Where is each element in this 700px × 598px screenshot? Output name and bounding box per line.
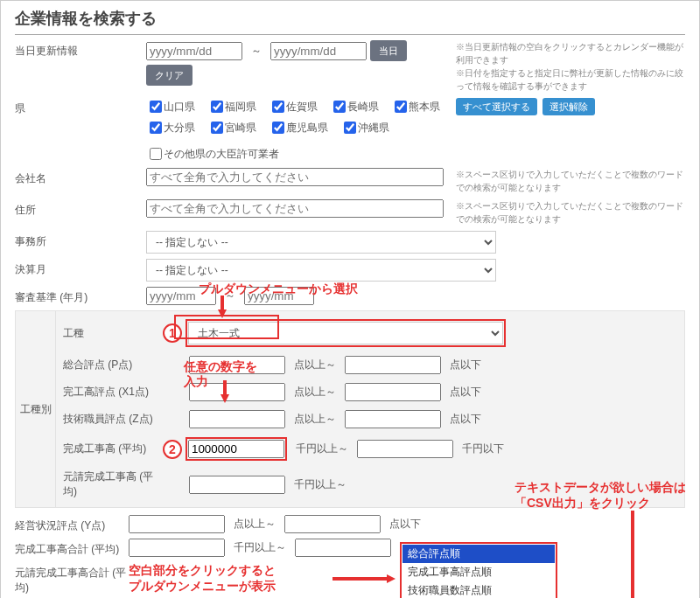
page-title: 企業情報を検索する <box>15 8 685 35</box>
suffix: 千円以上～ <box>289 477 352 492</box>
extra-label: 完成工事高合計 (平均) <box>15 539 129 557</box>
dropdown-option[interactable]: 総合評点順 <box>402 545 555 563</box>
suffix: 千円以下 <box>457 442 509 456</box>
select-all-button[interactable]: すべて選択する <box>456 98 537 115</box>
tilde: ～ <box>246 44 267 59</box>
row-label: 総合評点 (P点) <box>63 358 159 372</box>
update-info-label: 当日更新情報 <box>15 40 146 59</box>
pref-checkbox[interactable]: 福岡県 <box>207 98 256 115</box>
kind-label: 工種 <box>63 326 159 341</box>
fiscal-select[interactable]: -- 指定しない -- <box>146 259 496 282</box>
company-note: ※スペース区切りで入力していただくことで複数のワードでの検索が可能となります <box>449 168 685 194</box>
annotation-circle-2: 2 <box>163 440 182 459</box>
annotation-text-2: 任意の数字を入力 <box>184 359 257 389</box>
company-label: 会社名 <box>15 168 146 186</box>
dropdown-option[interactable]: 技術職員数評点順 <box>402 581 555 598</box>
extra-label: 経営状況評点 (Y点) <box>15 515 129 533</box>
office-select[interactable]: -- 指定しない -- <box>146 231 496 254</box>
audit-label: 審査基準 (年月) <box>15 287 146 305</box>
suffix: 点以上～ <box>289 412 341 427</box>
total-to-input[interactable] <box>295 539 391 557</box>
suffix: 点以下 <box>444 358 486 372</box>
row-label: 元請完成工事高 (平均) <box>63 469 159 499</box>
total-from-input[interactable] <box>129 539 225 557</box>
annotation-circle-1: 1 <box>163 323 182 343</box>
update-note2: ※日付を指定すると指定日に弊社が更新した情報のみに絞って情報を確認する事ができま… <box>456 66 685 93</box>
update-note1: ※当日更新情報の空白をクリックするとカレンダー機能が利用できます <box>456 40 685 66</box>
annotation-arrow-icon <box>220 394 229 403</box>
fiscal-label: 決算月 <box>15 259 146 277</box>
row-label: 完工高評点 (X1点) <box>63 385 159 400</box>
clear-date-button[interactable]: クリア <box>146 65 192 86</box>
annotation-text-3: 空白部分をクリックするとプルダウンメニューが表示 <box>129 562 276 594</box>
annotation-text-4: テキストデータが欲しい場合は「CSV出力」をクリック <box>514 479 686 511</box>
pref-checkbox[interactable]: 山口県 <box>146 98 195 115</box>
y-to-input[interactable] <box>284 515 381 533</box>
pref-checkbox[interactable]: 長崎県 <box>330 98 379 115</box>
dropdown-option[interactable]: 完成工事高評点順 <box>402 563 555 581</box>
deselect-button[interactable]: 選択解除 <box>542 98 595 115</box>
suffix: 点以上～ <box>289 385 341 400</box>
company-input[interactable] <box>146 168 444 186</box>
avg-to-input[interactable] <box>357 440 453 458</box>
address-label: 住所 <box>15 199 146 218</box>
pref-other-checkbox[interactable]: その他県の大臣許可業者 <box>146 145 279 163</box>
suffix: 点以下 <box>444 412 486 427</box>
address-input[interactable] <box>146 199 444 218</box>
avg-from-input[interactable] <box>188 440 284 458</box>
suffix: 点以下 <box>384 517 426 532</box>
prime-avg-from-input[interactable] <box>189 476 285 494</box>
suffix: 点以上～ <box>289 358 341 372</box>
date-to-input[interactable] <box>270 42 367 60</box>
type-section-label: 工種別 <box>16 311 56 507</box>
pref-checkbox[interactable]: 熊本県 <box>391 98 440 115</box>
x1-to-input[interactable] <box>345 383 441 401</box>
p-to-input[interactable] <box>345 356 441 374</box>
dropdown-popup[interactable]: 総合評点順 完成工事高評点順 技術職員数評点順 工種点数順 完成工事高(平均)順… <box>400 542 557 598</box>
today-button[interactable]: 当日 <box>370 40 407 61</box>
pref-checkbox[interactable]: 鹿児島県 <box>269 119 328 136</box>
date-from-input[interactable] <box>146 42 242 60</box>
pref-label: 県 <box>15 98 146 116</box>
suffix: 千円以上～ <box>228 540 291 555</box>
suffix: 点以下 <box>444 385 486 400</box>
suffix: 点以上～ <box>228 517 281 532</box>
annotation-arrow-icon <box>387 574 396 583</box>
office-label: 事務所 <box>15 231 146 249</box>
suffix: 千円以上～ <box>290 442 354 456</box>
pref-checkbox[interactable]: 大分県 <box>146 119 195 136</box>
row-label: 技術職員評点 (Z点) <box>63 412 159 427</box>
pref-checkbox[interactable]: 佐賀県 <box>269 98 318 115</box>
address-note: ※スペース区切りで入力していただくことで複数のワードでの検索が可能となります <box>449 199 685 226</box>
z-to-input[interactable] <box>345 410 441 428</box>
y-from-input[interactable] <box>129 515 225 533</box>
extra-label: 元請完成工事高合計 (平均) <box>15 562 129 595</box>
pref-checkbox[interactable]: 沖縄県 <box>340 119 389 136</box>
row-label: 完成工事高 (平均) <box>63 442 159 456</box>
kind-select[interactable]: 土木一式 <box>188 322 503 344</box>
z-from-input[interactable] <box>189 410 285 428</box>
pref-checkbox[interactable]: 宮崎県 <box>207 119 256 136</box>
